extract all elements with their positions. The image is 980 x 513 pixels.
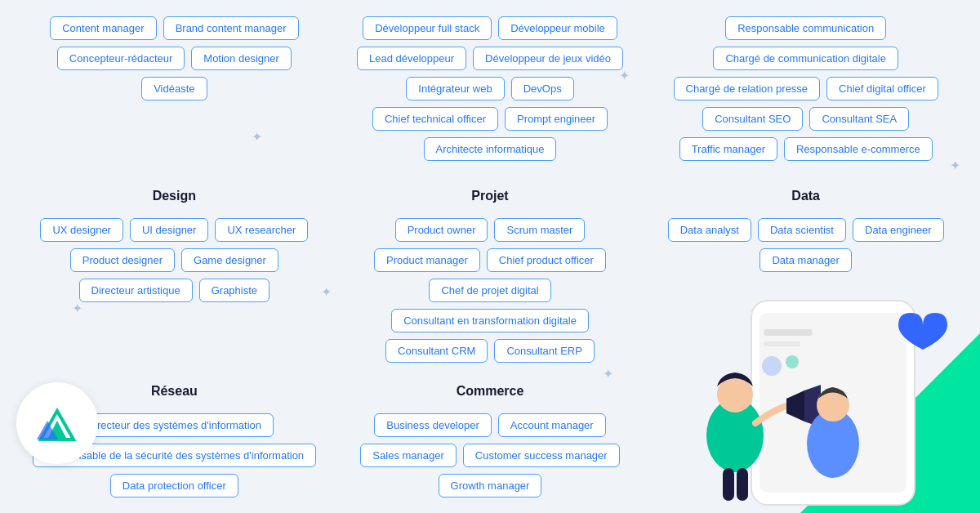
tag-business-developer[interactable]: Business developer	[374, 413, 491, 437]
tag-chief-product-officer[interactable]: Chief product officer	[487, 248, 606, 272]
tag-traffic-manager[interactable]: Traffic manager	[679, 137, 777, 161]
section-reseau-commerce: Réseau Directeur des systèmes d'informat…	[0, 371, 980, 504]
tag-consultant-erp[interactable]: Consultant ERP	[494, 339, 595, 363]
data-column: Data Data analyst Data scientist Data en…	[648, 174, 964, 371]
tag-lead-dev[interactable]: Lead développeur	[357, 47, 466, 70]
tag-scrum-master[interactable]: Scrum master	[494, 218, 585, 242]
tag-graphiste[interactable]: Graphiste	[199, 279, 270, 302]
tag-consultant-crm[interactable]: Consultant CRM	[385, 339, 488, 363]
tag-concepteur-redacteur[interactable]: Concepteur-rédacteur	[57, 47, 185, 70]
projet-title: Projet	[345, 189, 636, 203]
tag-account-manager[interactable]: Account manager	[498, 413, 606, 437]
tag-devops[interactable]: DevOps	[511, 77, 574, 100]
tag-videaste[interactable]: Vidéaste	[141, 77, 207, 100]
tag-dev-full-stack[interactable]: Développeur full stack	[363, 16, 492, 40]
tag-ui-designer[interactable]: UI designer	[130, 218, 208, 242]
top-col-2-tags: Développeur full stack Développeur mobil…	[345, 16, 636, 161]
tag-consultant-seo[interactable]: Consultant SEO	[702, 107, 803, 131]
tag-brand-content-manager[interactable]: Brand content manager	[163, 16, 299, 40]
tag-responsable-communication[interactable]: Responsable communication	[725, 16, 886, 40]
tag-data-analyst[interactable]: Data analyst	[668, 218, 751, 242]
data-title: Data	[660, 189, 951, 203]
commerce-column: Commerce Business developer Account mana…	[332, 371, 648, 504]
tag-dev-mobile[interactable]: Développeur mobile	[498, 16, 617, 40]
commerce-title: Commerce	[345, 384, 636, 399]
tag-ux-designer[interactable]: UX designer	[40, 218, 123, 242]
tag-game-designer[interactable]: Game designer	[181, 248, 278, 272]
tag-motion-designer[interactable]: Motion designer	[191, 47, 292, 70]
tag-content-manager[interactable]: Content manager	[50, 16, 156, 40]
design-column: Design UX designer UI designer UX resear…	[16, 174, 332, 371]
tag-growth-manager[interactable]: Growth manager	[439, 474, 542, 497]
top-col-2: Développeur full stack Développeur mobil…	[332, 10, 648, 167]
tag-data-scientist[interactable]: Data scientist	[758, 218, 846, 242]
tag-consultant-sea[interactable]: Consultant SEA	[809, 107, 909, 131]
tag-data-engineer[interactable]: Data engineer	[853, 218, 944, 242]
tag-chief-technical-officer[interactable]: Chief technical officer	[372, 107, 498, 131]
empty-col	[648, 371, 964, 504]
tag-charge-communication-digitale[interactable]: Chargé de communication digitale	[713, 47, 898, 70]
top-col-1-tags: Content manager Brand content manager Co…	[29, 16, 320, 100]
tag-data-manager[interactable]: Data manager	[760, 248, 851, 272]
tag-prompt-engineer[interactable]: Prompt engineer	[505, 107, 608, 131]
page-wrapper: ✦ ✦ ✦ ✦ ✦ ✦ Content manager Brand conten…	[0, 0, 980, 513]
tag-directeur-artistique[interactable]: Directeur artistique	[79, 279, 193, 302]
data-tags: Data analyst Data scientist Data enginee…	[660, 218, 951, 272]
tag-chief-digital-officer[interactable]: Chief digital officer	[826, 77, 938, 100]
tag-sales-manager[interactable]: Sales manager	[360, 444, 456, 467]
tag-chef-projet-digital[interactable]: Chef de projet digital	[429, 279, 550, 302]
top-col-3-tags: Responsable communication Chargé de comm…	[660, 16, 951, 161]
tag-responsable-ecommerce[interactable]: Responsable e-commerce	[784, 137, 933, 161]
tag-ux-researcher[interactable]: UX researcher	[215, 218, 308, 242]
tag-dpo[interactable]: Data protection officer	[110, 474, 238, 497]
tag-architecte-informatique[interactable]: Architecte informatique	[424, 137, 557, 161]
tag-customer-success-manager[interactable]: Customer success manager	[463, 444, 620, 467]
top-col-3: Responsable communication Chargé de comm…	[648, 10, 964, 167]
projet-column: Projet Product owner Scrum master Produc…	[332, 174, 648, 371]
design-title: Design	[29, 189, 320, 203]
tag-consultant-transformation[interactable]: Consultant en transformation digitale	[391, 309, 589, 332]
top-section: Content manager Brand content manager Co…	[0, 0, 980, 167]
tag-dsi[interactable]: Directeur des systèmes d'information	[75, 413, 274, 437]
tag-product-owner[interactable]: Product owner	[395, 218, 488, 242]
logo	[16, 382, 98, 464]
section-design-projet-data: Design UX designer UI designer UX resear…	[0, 174, 980, 371]
tag-product-manager[interactable]: Product manager	[374, 248, 480, 272]
tag-integrateur-web[interactable]: Intégrateur web	[406, 77, 504, 100]
tag-dev-jeux-video[interactable]: Développeur de jeux vidéo	[473, 47, 623, 70]
projet-tags: Product owner Scrum master Product manag…	[345, 218, 636, 363]
top-col-1: Content manager Brand content manager Co…	[16, 10, 332, 167]
design-tags: UX designer UI designer UX researcher Pr…	[29, 218, 320, 302]
tag-product-designer[interactable]: Product designer	[70, 248, 175, 272]
tag-charge-relation-presse[interactable]: Chargé de relation presse	[674, 77, 821, 100]
commerce-tags: Business developer Account manager Sales…	[345, 413, 636, 497]
